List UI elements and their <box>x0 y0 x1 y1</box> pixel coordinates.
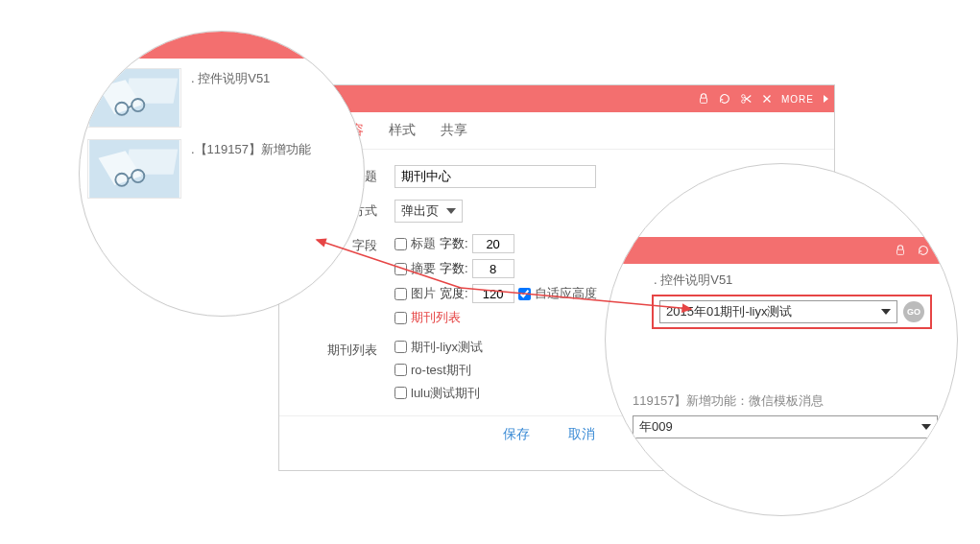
dialog-tabs: 容 样式 共享 <box>279 112 834 150</box>
left-preview-body: . 控件说明V51 .【119157】新增功能 <box>80 59 364 204</box>
journal-list-label: 期刊列表 <box>279 339 394 359</box>
right-item-label: . 控件说明V51 <box>623 264 940 295</box>
svg-rect-10 <box>701 98 707 103</box>
save-button[interactable]: 保存 <box>503 426 530 443</box>
title-input[interactable] <box>394 165 596 188</box>
chevron-down-icon <box>881 309 891 315</box>
tab-style[interactable]: 样式 <box>389 122 416 139</box>
secondary-select-value: 年009 <box>639 418 673 436</box>
chk-journal-opt-0[interactable]: 期刊-liyx测试 <box>394 339 483 356</box>
thumbnail-image <box>87 139 181 199</box>
scissors-icon[interactable] <box>739 92 753 106</box>
close-icon[interactable] <box>760 92 774 106</box>
chk-summary[interactable]: 摘要 <box>394 260 436 277</box>
width-label: 宽度: <box>440 285 468 302</box>
highlighted-select-row: 2015年01期刊-liyx测试 GO <box>652 295 932 329</box>
summary-words-input[interactable] <box>472 259 514 278</box>
chevron-down-icon <box>446 208 456 214</box>
list-item-label: . 控件说明V51 <box>191 68 356 128</box>
more-button[interactable]: MORE <box>781 94 814 105</box>
chevron-down-icon <box>921 424 931 430</box>
chk-journal-opt-1[interactable]: ro-test期刊 <box>394 362 471 379</box>
thumbnail-image <box>87 68 181 128</box>
secondary-select[interactable]: 年009 <box>633 415 938 438</box>
dialog-titlebar: 刊中心 MORE <box>279 85 834 112</box>
chk-auto-height[interactable]: 自适应高度 <box>518 285 597 302</box>
journal-opt-label: ro-test期刊 <box>411 362 471 379</box>
cancel-button[interactable]: 取消 <box>568 426 595 443</box>
journal-select-value: 2015年01期刊-liyx测试 <box>666 303 793 320</box>
list-item-label: .【119157】新增功能 <box>191 139 356 199</box>
go-button[interactable]: GO <box>903 301 924 322</box>
chk-image[interactable]: 图片 <box>394 285 436 302</box>
lock-icon[interactable] <box>894 244 907 257</box>
chk-title[interactable]: 标题 <box>394 235 436 252</box>
words-label: 字数: <box>440 260 468 277</box>
refresh-icon[interactable] <box>718 92 731 106</box>
right-preview-circle: . 控件说明V51 2015年01期刊-liyx测试 GO 119157】新增功… <box>605 163 958 516</box>
left-preview-circle: 期刊中心 . 控件说明V51 .【119157】新增功能 <box>79 31 365 317</box>
journal-opt-label: 期刊-liyx测试 <box>411 339 483 356</box>
list-item[interactable]: .【119157】新增功能 <box>87 133 356 204</box>
lock-icon[interactable] <box>697 92 710 106</box>
mode-select[interactable]: 弹出页 <box>394 200 463 223</box>
image-width-input[interactable] <box>472 284 514 303</box>
chk-auto-height-label: 自适应高度 <box>535 285 597 302</box>
journal-opt-label: lulu测试期刊 <box>411 385 480 402</box>
mode-select-value: 弹出页 <box>401 202 439 220</box>
journal-select[interactable]: 2015年01期刊-liyx测试 <box>659 300 897 323</box>
titlebar-icons: MORE <box>697 92 828 106</box>
list-item[interactable]: . 控件说明V51 <box>87 62 356 133</box>
tab-share[interactable]: 共享 <box>441 122 467 139</box>
right-preview-header <box>606 237 957 264</box>
more-caret-icon <box>824 95 828 103</box>
refresh-icon[interactable] <box>917 244 930 257</box>
chk-journal-list-label: 期刊列表 <box>411 309 461 326</box>
right-item-label-2: 119157】新增功能：微信模板消息 <box>633 392 928 410</box>
left-preview-header: 期刊中心 <box>80 32 364 59</box>
title-words-input[interactable] <box>472 234 514 253</box>
chk-journal-opt-2[interactable]: lulu测试期刊 <box>394 385 480 402</box>
words-label: 字数: <box>440 235 468 252</box>
chk-title-label: 标题 <box>411 235 436 252</box>
chk-image-label: 图片 <box>411 285 436 302</box>
chk-summary-label: 摘要 <box>411 260 436 277</box>
svg-rect-13 <box>897 249 904 254</box>
chk-journal-list[interactable]: 期刊列表 <box>394 309 461 326</box>
